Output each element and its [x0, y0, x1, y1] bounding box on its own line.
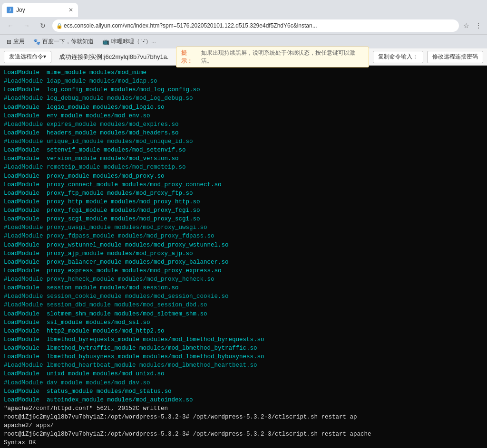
terminal-line: LoadModule version_module modules/mod_ve…: [4, 154, 483, 163]
back-button[interactable]: ←: [4, 19, 17, 32]
address-bar[interactable]: [52, 19, 459, 32]
bookmark-bilibili[interactable]: 📺 咔哩咔哩（ '-'）...: [99, 36, 159, 47]
terminal-line: Syntax OK: [4, 438, 483, 447]
browser-chrome: J Joy ✕ ← → ↻ 🔒 ☆ ⋮ ⊞ 应用 🐾 百度一下，你就知: [0, 0, 487, 48]
terminal-line: LoadModule lbmethod_bybusyness_module mo…: [4, 353, 483, 361]
remote-command-button[interactable]: 发送远程命令▾: [4, 51, 51, 63]
terminal-line: LoadModule ssl_module modules/mod_ssl.so: [4, 318, 483, 327]
terminal-line: #LoadModule session_dbd_module modules/m…: [4, 301, 483, 309]
terminal-line: LoadModule setenvif_module modules/mod_s…: [4, 146, 483, 154]
terminal-line: LoadModule slotmem_shm_module modules/mo…: [4, 310, 483, 318]
terminal-line: LoadModule unixd_module modules/mod_unix…: [4, 370, 483, 378]
terminal-line: LoadModule proxy_wstunnel_module modules…: [4, 241, 483, 249]
terminal-line: LoadModule lbmethod_byrequests_module mo…: [4, 335, 483, 344]
terminal-line: LoadModule proxy_fcgi_module modules/mod…: [4, 206, 483, 215]
terminal-line: #LoadModule log_debug_module modules/mod…: [4, 94, 483, 103]
terminal-line: LoadModule logio_module modules/mod_logi…: [4, 103, 483, 112]
modify-connection-button[interactable]: 修改远程连接密码: [427, 51, 483, 63]
hint-bar: 提示： 如果出现持续黑屏，说明系统处于休眠状态，按任意键可以激活。: [176, 47, 369, 67]
copy-command-button[interactable]: 复制命令输入：: [373, 51, 423, 63]
bookmark-baidu[interactable]: 🐾 百度一下，你就知道: [30, 36, 97, 47]
terminal-line: LoadModule autoindex_module modules/mod_…: [4, 396, 483, 404]
terminal-line: LoadModule proxy_balancer_module modules…: [4, 258, 483, 267]
terminal-line: apache2/ apps/: [4, 421, 483, 430]
terminal-line: LoadModule http2_module modules/mod_http…: [4, 327, 483, 335]
lock-icon: 🔒: [56, 23, 63, 29]
reload-button[interactable]: ↻: [36, 19, 49, 32]
terminal-line: #LoadModule ldap_module modules/mod_ldap…: [4, 77, 483, 86]
terminal-line: LoadModule proxy_ajp_module modules/mod_…: [4, 249, 483, 258]
hint-label: 提示：: [181, 49, 198, 65]
terminal-line: LoadModule proxy_scgi_module modules/mod…: [4, 215, 483, 223]
terminal-line: LoadModule env_module modules/mod_env.so: [4, 112, 483, 120]
terminal-line: "apache2/conf/httpd.conf" 562L, 20152C w…: [4, 404, 483, 413]
tab-favicon: J: [7, 7, 13, 13]
bilibili-icon: 📺: [102, 38, 109, 45]
terminal-line: LoadModule proxy_express_module modules/…: [4, 267, 483, 275]
terminal-line: #LoadModule proxy_hcheck_module modules/…: [4, 275, 483, 284]
terminal-line: LoadModule proxy_module modules/mod_prox…: [4, 172, 483, 181]
terminal-line: LoadModule status_module modules/mod_sta…: [4, 387, 483, 396]
apps-icon: ⊞: [7, 38, 11, 45]
terminal-line: #LoadModule dav_module modules/mod_dav.s…: [4, 379, 483, 387]
terminal-line: #LoadModule lbmethod_heartbeat_module mo…: [4, 361, 483, 370]
extensions-icon[interactable]: ⋮: [474, 22, 483, 29]
tab-close-button[interactable]: ✕: [68, 7, 73, 13]
forward-button[interactable]: →: [20, 19, 33, 32]
terminal-line: LoadModule log_config_module modules/mod…: [4, 86, 483, 94]
terminal-line: LoadModule headers_module modules/mod_he…: [4, 129, 483, 137]
terminal-line: LoadModule mime_module modules/mod_mime: [4, 68, 483, 77]
terminal-line: #LoadModule session_cookie_module module…: [4, 292, 483, 301]
terminal-line: #LoadModule proxy_uwsgi_module modules/m…: [4, 223, 483, 232]
hint-text: 如果出现持续黑屏，说明系统处于休眠状态，按任意键可以激活。: [201, 49, 364, 65]
terminal-line: LoadModule lbmethod_bytraffic_module mod…: [4, 344, 483, 353]
terminal-line: LoadModule session_module modules/mod_se…: [4, 284, 483, 292]
main-content: 发送远程命令▾ 成功连接到实例:j6c2mylql8b7vu7bhy1a. 提示…: [0, 48, 487, 448]
remote-toolbar: 发送远程命令▾ 成功连接到实例:j6c2mylql8b7vu7bhy1a. 提示…: [0, 48, 487, 66]
terminal[interactable]: LoadModule mime_module modules/mod_mime#…: [0, 66, 487, 448]
tab-title: Joy: [16, 7, 25, 13]
baidu-icon: 🐾: [33, 38, 40, 45]
terminal-line: #LoadModule proxy_fdpass_module modules/…: [4, 232, 483, 240]
terminal-line: #LoadModule expires_module modules/mod_e…: [4, 120, 483, 129]
terminal-line: LoadModule proxy_http_module modules/mod…: [4, 198, 483, 206]
active-tab[interactable]: J Joy ✕: [2, 3, 78, 17]
terminal-line: LoadModule proxy_connect_module modules/…: [4, 181, 483, 189]
tab-bar: J Joy ✕: [0, 0, 487, 17]
bookmark-apps[interactable]: ⊞ 应用: [4, 36, 28, 47]
terminal-line: #LoadModule unique_id_module modules/mod…: [4, 137, 483, 146]
address-wrapper: 🔒: [52, 19, 459, 32]
terminal-line: root@iZj6c2mylql8b7vu7bhy1aZ:/opt/wordpr…: [4, 413, 483, 421]
terminal-line: #LoadModule remoteip_module modules/mod_…: [4, 163, 483, 172]
terminal-line: LoadModule proxy_ftp_module modules/mod_…: [4, 189, 483, 198]
connection-status: 成功连接到实例:j6c2mylql8b7vu7bhy1a.: [55, 53, 172, 61]
terminal-line: root@iZj6c2mylql8b7vu7bhy1aZ:/opt/wordpr…: [4, 430, 483, 438]
bookmark-star-icon[interactable]: ☆: [462, 22, 471, 29]
nav-bar: ← → ↻ 🔒 ☆ ⋮: [0, 17, 487, 34]
